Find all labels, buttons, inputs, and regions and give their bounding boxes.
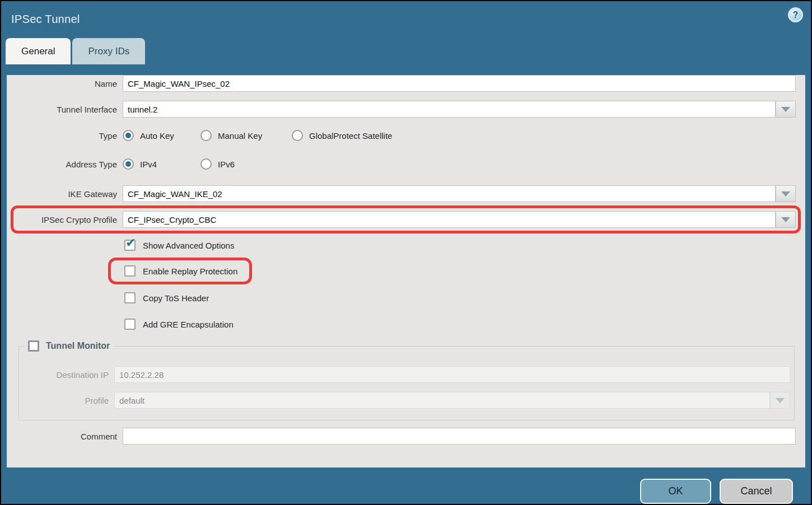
enable-replay-protection-row: Enable Replay Protection xyxy=(124,265,805,277)
address-type-row: Address Type IPv4 IPv6 xyxy=(7,158,805,170)
tab-bar: General Proxy IDs xyxy=(1,37,811,64)
ipsec-crypto-profile-input[interactable] xyxy=(123,211,776,228)
tunnel-monitor-checkbox[interactable] xyxy=(28,340,39,352)
tunnel-interface-label: Tunnel Interface xyxy=(7,105,123,114)
tunnel-interface-control xyxy=(123,101,796,118)
tab-proxy-ids[interactable]: Proxy IDs xyxy=(72,38,145,64)
show-advanced-options-checkbox[interactable] xyxy=(124,240,136,251)
type-label: Type xyxy=(7,131,123,141)
radio-icon xyxy=(292,130,303,141)
radio-icon xyxy=(200,158,212,170)
address-type-label: Address Type xyxy=(7,160,123,169)
radio-option-manual-key[interactable]: Manual Key xyxy=(200,130,292,141)
checkbox-label: Show Advanced Options xyxy=(143,241,234,250)
radio-option-auto-key[interactable]: Auto Key xyxy=(123,130,200,141)
destination-ip-label: Destination IP xyxy=(19,370,114,380)
profile-label: Profile xyxy=(19,396,114,405)
comment-label: Comment xyxy=(7,432,123,441)
help-icon[interactable] xyxy=(788,7,803,22)
radio-option-ipv4[interactable]: IPv4 xyxy=(123,158,200,170)
chevron-down-icon xyxy=(781,107,790,112)
chevron-down-icon xyxy=(781,217,790,222)
comment-input[interactable] xyxy=(123,428,796,445)
radio-option-label: Auto Key xyxy=(140,131,174,141)
copy-tos-header-option[interactable]: Copy ToS Header xyxy=(124,292,209,303)
ok-button[interactable]: OK xyxy=(640,479,711,504)
comment-control xyxy=(123,428,796,445)
tunnel-monitor-group: Tunnel Monitor Destination IP Profile xyxy=(18,340,795,420)
checkbox-label: Enable Replay Protection xyxy=(143,266,237,276)
radio-selected-icon xyxy=(123,130,134,141)
comment-row: Comment xyxy=(7,428,805,445)
dialog-footer: OK Cancel xyxy=(1,467,811,505)
destination-ip-input xyxy=(114,366,790,383)
ipsec-crypto-profile-label: IPSec Crypto Profile xyxy=(7,215,123,225)
radio-option-label: GlobalProtect Satellite xyxy=(309,131,392,141)
radio-option-label: Manual Key xyxy=(218,131,262,141)
radio-icon xyxy=(200,130,212,141)
tunnel-interface-input[interactable] xyxy=(123,101,776,118)
destination-ip-row: Destination IP xyxy=(19,366,790,383)
titlebar: IPSec Tunnel xyxy=(1,1,811,37)
profile-dropdown-button xyxy=(770,392,790,409)
enable-replay-protection-option[interactable]: Enable Replay Protection xyxy=(124,265,237,277)
profile-row: Profile xyxy=(19,392,790,409)
radio-option-label: IPv4 xyxy=(140,160,157,169)
enable-replay-protection-checkbox[interactable] xyxy=(124,265,136,277)
type-radio-group: Auto Key Manual Key GlobalProtect Satell… xyxy=(123,130,796,141)
profile-input xyxy=(114,392,770,409)
address-type-radio-group: IPv4 IPv6 xyxy=(123,158,796,170)
name-row: Name xyxy=(7,75,805,92)
checkbox-label: Copy ToS Header xyxy=(143,293,209,303)
radio-option-label: IPv6 xyxy=(218,160,235,169)
general-tab-panel: Name Tunnel Interface Type Auto Key xyxy=(7,75,805,467)
checkbox-label: Add GRE Encapsulation xyxy=(143,320,234,329)
add-gre-encapsulation-option[interactable]: Add GRE Encapsulation xyxy=(124,319,234,330)
tunnel-monitor-label: Tunnel Monitor xyxy=(46,341,110,351)
show-advanced-options-row: Show Advanced Options xyxy=(124,239,805,251)
cancel-button[interactable]: Cancel xyxy=(720,479,793,504)
ike-gateway-dropdown-button[interactable] xyxy=(776,185,796,202)
radio-option-globalprotect-satellite[interactable]: GlobalProtect Satellite xyxy=(292,130,392,141)
show-advanced-options-option[interactable]: Show Advanced Options xyxy=(124,240,234,251)
dialog-title: IPSec Tunnel xyxy=(11,13,80,26)
add-gre-encapsulation-checkbox[interactable] xyxy=(124,319,136,330)
ipsec-crypto-profile-row: IPSec Crypto Profile xyxy=(7,211,805,228)
tunnel-interface-row: Tunnel Interface xyxy=(7,101,805,118)
ipsec-tunnel-dialog: IPSec Tunnel General Proxy IDs Name Tunn… xyxy=(0,0,812,505)
profile-control xyxy=(114,392,790,409)
tab-general[interactable]: General xyxy=(6,38,71,64)
name-control xyxy=(123,75,796,92)
name-label: Name xyxy=(7,79,123,88)
ike-gateway-row: IKE Gateway xyxy=(7,185,805,202)
destination-ip-control xyxy=(114,366,790,383)
tunnel-interface-dropdown-button[interactable] xyxy=(776,101,796,118)
radio-selected-icon xyxy=(123,158,134,170)
chevron-down-icon xyxy=(776,398,785,403)
chevron-down-icon xyxy=(781,191,790,197)
type-row: Type Auto Key Manual Key GlobalProtect S… xyxy=(7,129,805,142)
ike-gateway-input[interactable] xyxy=(123,185,776,202)
ike-gateway-control xyxy=(123,185,796,202)
add-gre-encapsulation-row: Add GRE Encapsulation xyxy=(124,318,805,330)
name-input[interactable] xyxy=(123,75,796,92)
ike-gateway-label: IKE Gateway xyxy=(7,189,123,199)
copy-tos-header-row: Copy ToS Header xyxy=(124,292,805,304)
tunnel-monitor-legend: Tunnel Monitor xyxy=(25,340,113,352)
ipsec-crypto-profile-dropdown-button[interactable] xyxy=(776,211,796,228)
copy-tos-header-checkbox[interactable] xyxy=(124,292,136,303)
radio-option-ipv6[interactable]: IPv6 xyxy=(200,158,235,170)
ipsec-crypto-profile-control xyxy=(123,211,796,228)
